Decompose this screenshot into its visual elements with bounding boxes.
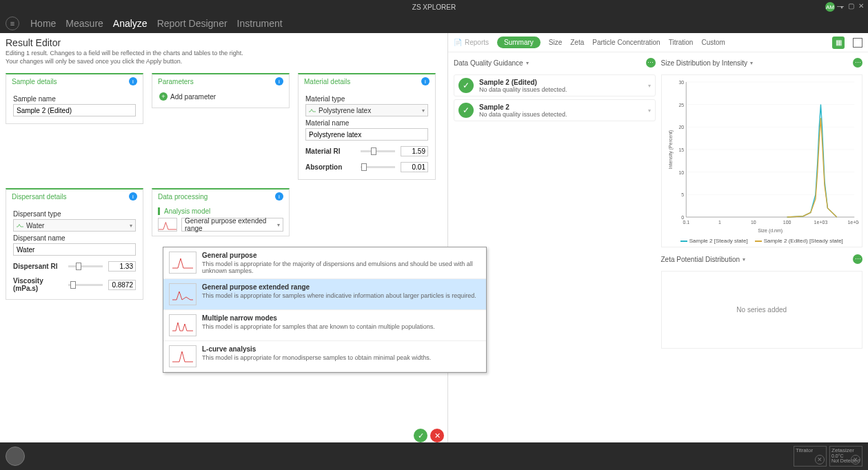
svg-text:20: 20 [678,125,684,130]
layout-toggle-button[interactable]: ▦ [832,37,845,49]
material-abs-slider[interactable] [361,166,395,168]
info-icon[interactable]: i [421,77,430,85]
analysis-model-value: General purpose extended range [185,217,277,232]
dq-item[interactable]: ✓ Sample 2 No data quality issues detect… [454,99,656,121]
dispersant-ri-value[interactable] [108,261,136,272]
model-thumbnail-icon [158,218,177,232]
chevron-down-icon: ▾ [422,108,425,114]
sizedist-panel-header[interactable]: Size Distribution by Intensity ▾ [661,59,754,67]
add-parameter-button[interactable]: + Add parameter [159,92,282,101]
nav-analyze[interactable]: Analyze [113,18,148,29]
analysis-model-dropdown: General purposeThis model is appropriate… [163,247,487,373]
material-abs-label: Absorption [305,163,355,171]
svg-text:0: 0 [681,215,684,220]
nav-instrument[interactable]: Instrument [237,18,283,29]
tab-zeta[interactable]: Zeta [570,39,584,46]
model-option-extended[interactable]: General purpose extended rangeThis model… [163,279,486,310]
dispersant-name-input[interactable] [13,243,136,256]
tab-summary[interactable]: Summary [497,37,541,48]
tab-titration[interactable]: Titration [669,39,694,46]
card-material-details: Material details i Material type Polysty… [298,73,436,180]
info-icon[interactable]: i [129,192,137,201]
status-bar: Titrator ✕ Zetasizer 0.0°C Not Detected … [0,442,868,470]
viscosity-label: Viscosity (mPa.s) [13,277,63,292]
page-title: Result Editor [6,37,442,48]
minimize-icon[interactable]: — [837,2,844,10]
editor-help-line1: Editing 1 result. Changes to a field wil… [6,50,442,57]
chevron-down-icon: ▾ [277,222,280,228]
hamburger-menu-icon[interactable]: ≡ [6,17,19,30]
nav-measure[interactable]: Measure [65,18,103,29]
info-icon[interactable]: i [129,77,137,85]
card-title-material: Material details [304,78,350,85]
material-ri-slider[interactable] [361,150,395,152]
card-title-dataproc: Data processing [158,193,208,201]
svg-text:30: 30 [678,80,684,85]
cancel-button[interactable]: ✕ [430,429,444,442]
fullscreen-icon[interactable] [853,38,862,48]
device-status-zetasizer[interactable]: Zetasizer 0.0°C Not Detected ✕ [829,446,862,467]
svg-text:10: 10 [678,170,684,175]
model-thumb-icon [169,252,196,274]
editor-help-line2: Your changes will only be saved once you… [6,58,442,65]
peak-icon [17,223,23,227]
more-menu-icon[interactable]: ⋯ [853,254,862,264]
maximize-icon[interactable]: ▢ [848,2,854,10]
zeta-panel-header[interactable]: Zeta Potential Distribution ▾ [661,256,746,263]
viscosity-slider[interactable] [68,284,103,286]
dq-panel-header[interactable]: Data Quality Guidance ▾ [454,59,529,67]
model-option-multimodal[interactable]: Multiple narrow modesThis model is appro… [163,310,486,341]
model-thumb-icon [169,345,196,367]
tab-custom[interactable]: Custom [701,39,725,46]
dq-item[interactable]: ✓ Sample 2 (Edited) No data quality issu… [454,74,656,96]
card-title-parameters: Parameters [158,78,194,85]
results-pane: 📄 Reports Summary Size Zeta Particle Con… [448,33,868,442]
peak-icon [309,108,316,112]
viscosity-value[interactable] [108,280,136,290]
model-option-general[interactable]: General purposeThis model is appropriate… [163,247,486,279]
result-editor-pane: Result Editor Editing 1 result. Changes … [0,33,448,442]
tab-size[interactable]: Size [549,39,562,46]
svg-text:25: 25 [678,103,684,108]
apply-button[interactable]: ✓ [414,429,427,442]
legend-item: Sample 2 [Steady state] [689,238,748,244]
chevron-down-icon: ▾ [648,83,651,89]
sample-name-input[interactable] [13,104,136,116]
svg-text:5: 5 [681,192,684,197]
nav-home[interactable]: Home [30,18,56,29]
card-dispersant-details: Dispersant details i Dispersant type Wat… [6,188,143,300]
dispersant-ri-slider[interactable] [68,265,103,267]
model-option-lcurve[interactable]: L-curve analysisThis model is appropriat… [163,341,486,372]
analysis-model-label: Analysis model [158,207,283,215]
material-ri-value[interactable] [401,146,428,156]
dispersant-type-value: Water [26,222,44,229]
card-data-processing: Data processing i Analysis model General… [152,188,290,236]
check-circle-icon: ✓ [458,78,474,93]
material-ri-label: Material RI [305,147,355,155]
info-icon[interactable]: i [275,192,283,201]
dispersant-type-select[interactable]: Water ▾ [13,219,136,232]
dispersant-ri-label: Dispersant RI [13,263,63,270]
material-abs-value[interactable] [401,162,428,172]
svg-text:Size (d.nm): Size (d.nm) [758,228,783,234]
device-status-titrator[interactable]: Titrator ✕ [794,446,827,467]
tab-particle-conc[interactable]: Particle Concentration [592,39,660,46]
plus-icon: + [159,92,168,101]
analysis-model-select[interactable]: General purpose extended range ▾ [181,218,283,232]
info-icon[interactable]: i [275,77,283,85]
more-menu-icon[interactable]: ⋯ [853,58,862,68]
chevron-down-icon: ▾ [130,223,132,229]
dq-item-name: Sample 2 (Edited) [479,79,567,86]
material-name-input[interactable] [305,128,428,141]
x-circle-icon: ✕ [815,455,825,464]
svg-text:100: 100 [783,220,791,225]
dq-item-name: Sample 2 [479,103,567,111]
more-menu-icon[interactable]: ⋯ [646,58,656,68]
user-avatar-icon[interactable] [6,447,25,466]
nav-report-designer[interactable]: Report Designer [157,18,228,29]
material-type-select[interactable]: Polystyrene latex ▾ [305,104,428,116]
close-icon[interactable]: ✕ [858,2,864,10]
svg-text:1: 1 [718,220,721,225]
size-distribution-chart: 0510152025300.11101001e+031e+04Size (d.n… [661,74,863,247]
svg-text:10: 10 [750,220,756,225]
